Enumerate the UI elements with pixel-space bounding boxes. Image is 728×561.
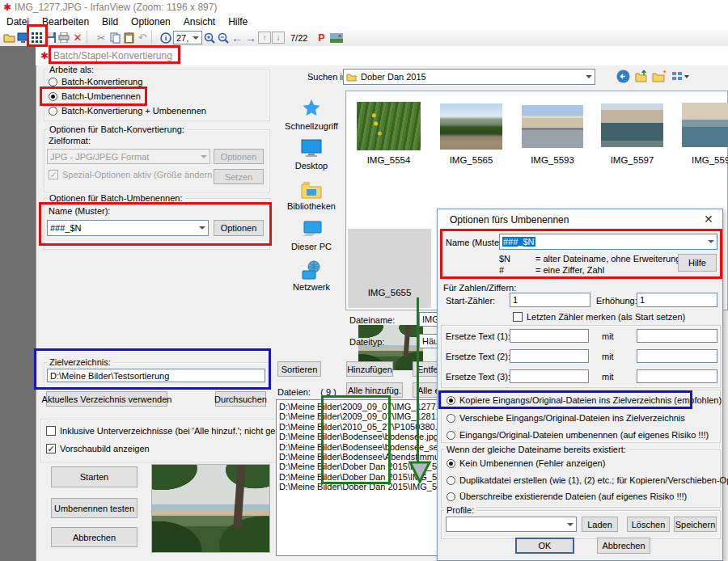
thumbnail-img-5597[interactable]	[601, 103, 663, 147]
laden-button[interactable]: Laden	[582, 517, 618, 532]
radio-umbenennen-risiko[interactable]: Eingangs/Original-Dateien umbenennen (au…	[447, 430, 709, 440]
mit-2-input[interactable]	[637, 349, 717, 363]
alle-hinzufuegen-button[interactable]: Alle hinzufüg.	[346, 382, 403, 398]
menu-hilfe[interactable]: Hilfe	[222, 16, 254, 27]
zielverzeichnis-input[interactable]: D:\Meine Bilder\Testsortierung	[47, 369, 265, 382]
info-icon[interactable]: i	[159, 31, 172, 44]
starten-button[interactable]: Starten	[51, 466, 138, 487]
bibliotheken-icon[interactable]	[301, 179, 322, 200]
durchsuchen-button[interactable]: Durchsuchen	[215, 391, 266, 407]
checkbox-icon[interactable]	[46, 426, 56, 436]
erhoehung-input[interactable]: 1	[637, 293, 717, 307]
profile-combobox[interactable]	[446, 517, 577, 532]
place-netzwerk[interactable]: Netzwerk	[279, 282, 344, 292]
radio-batch-konv-umbenennen[interactable]: Batch-Konvertierung + Umbenennen	[49, 106, 206, 116]
paste-icon[interactable]	[122, 31, 135, 44]
sortieren-button[interactable]: Sortieren	[277, 361, 321, 377]
netzwerk-icon[interactable]	[301, 260, 322, 283]
radio-icon[interactable]	[447, 431, 455, 440]
radio-icon[interactable]	[447, 492, 455, 501]
ersetze-1-input[interactable]	[510, 329, 589, 343]
undo-icon[interactable]: ↶	[136, 31, 149, 44]
unterverzeichnisse-checkbox[interactable]: Inklusive Unterverzeichnisse (bei 'Alle …	[46, 426, 290, 436]
radio-icon[interactable]	[49, 92, 57, 101]
previous-image-icon[interactable]: ←	[231, 31, 243, 44]
name-muster-combobox[interactable]: ###_$N	[47, 220, 209, 236]
batch-conversion-icon[interactable]	[30, 31, 43, 44]
save-icon[interactable]	[44, 31, 57, 44]
radio-ueberschreibe[interactable]: Überschreibe existierende Dateien (auf e…	[447, 491, 687, 501]
place-schnellzugriff[interactable]: Schnellzugriff	[279, 121, 344, 131]
folder-combobox[interactable]: Dober Dan 2015	[343, 69, 595, 85]
radio-icon[interactable]	[447, 459, 455, 468]
radio-icon[interactable]	[49, 78, 57, 86]
first-image-button[interactable]: ↑	[258, 32, 271, 44]
desktop-icon[interactable]	[301, 139, 322, 160]
radio-kein-umbenennen[interactable]: Kein Umbenennen (Fehler anzeigen)	[447, 458, 605, 468]
thumbnail-label: IMG_5554	[357, 155, 421, 165]
checkbox-icon[interactable]	[46, 444, 56, 453]
new-folder-icon[interactable]: *	[652, 70, 667, 85]
hilfe-button[interactable]: Hilfe	[678, 254, 717, 272]
view-menu-icon[interactable]	[671, 70, 691, 85]
speichern-button[interactable]: Speichern	[674, 517, 717, 532]
next-image-icon[interactable]: →	[244, 31, 257, 44]
checkbox-icon[interactable]	[513, 312, 523, 322]
menu-bearbeiten[interactable]: Bearbeiten	[36, 16, 95, 27]
umbenennen-testen-button[interactable]: Umbenennen testen	[51, 498, 138, 518]
ersetze-2-input[interactable]	[510, 349, 589, 363]
thumbnail-img-559x[interactable]	[682, 103, 728, 147]
batch-abbrechen-button[interactable]: Abbrechen	[51, 527, 138, 547]
radio-icon[interactable]	[447, 414, 455, 423]
hinzufuegen-button[interactable]: Hinzufügen	[346, 361, 393, 377]
radio-kopiere[interactable]: Kopiere Eingangs/Original-Dateien ins Zi…	[447, 395, 722, 405]
ersetze-3-input[interactable]	[510, 369, 589, 383]
zaehler-merken-checkbox[interactable]: Letzten Zähler merken (als Start setzen)	[513, 312, 685, 322]
image-properties-icon[interactable]	[330, 31, 343, 44]
copy-icon[interactable]	[108, 31, 121, 44]
menu-datei[interactable]: Datei	[0, 16, 36, 27]
radio-duplikatdatei[interactable]: Duplikatdatei erstellen (wie (1), (2) et…	[447, 475, 728, 485]
back-icon[interactable]	[616, 70, 630, 85]
loeschen-button[interactable]: Löschen	[627, 517, 670, 532]
umbenennen-optionen-button[interactable]: Optionen	[214, 220, 264, 236]
menu-ansicht[interactable]: Ansicht	[177, 16, 222, 27]
menu-optionen[interactable]: Optionen	[125, 16, 177, 27]
zoom-level-combobox[interactable]: 27,	[173, 31, 202, 44]
dieser-pc-icon[interactable]	[301, 220, 322, 241]
zoom-out-icon[interactable]	[217, 31, 230, 44]
place-dieser-pc[interactable]: Dieser PC	[279, 242, 344, 251]
ren-abbrechen-button[interactable]: Abbrechen	[597, 538, 650, 554]
ren-name-muster-combobox[interactable]: ###_$N	[499, 234, 717, 250]
print-icon[interactable]	[57, 31, 70, 44]
thumbnail-img-5593[interactable]	[522, 105, 583, 148]
p-toolbar-label[interactable]: P	[318, 32, 324, 44]
menu-bild[interactable]: Bild	[95, 16, 125, 27]
up-folder-icon[interactable]	[634, 70, 648, 85]
radio-batch-konvertierung[interactable]: Batch-Konvertierung	[49, 77, 142, 86]
thumbnail-img-5565[interactable]	[440, 103, 502, 150]
thumbnail-img-5554[interactable]	[357, 102, 421, 150]
slideshow-icon[interactable]	[16, 31, 29, 44]
delete-icon[interactable]: ✕	[71, 31, 84, 44]
aktuelles-verzeichnis-button[interactable]: Aktuelles Verzeichnis verwenden	[46, 391, 167, 407]
mit-1-input[interactable]	[637, 329, 717, 343]
schnellzugriff-icon[interactable]	[301, 99, 322, 121]
radio-icon[interactable]	[447, 476, 455, 485]
mit-3-input[interactable]	[637, 369, 717, 383]
radio-verschiebe[interactable]: Verschiebe Eingangs/Original-Dateien ins…	[447, 413, 685, 423]
close-icon[interactable]: ✕	[704, 213, 713, 226]
place-bibliotheken[interactable]: Bibliotheken	[279, 201, 344, 211]
radio-batch-umbenennen[interactable]: Batch-Umbenennen	[49, 91, 141, 101]
cut-icon[interactable]: ✂	[95, 31, 108, 44]
start-zaehler-input[interactable]: 1	[510, 293, 590, 307]
vorschaubild-checkbox[interactable]: Vorschaubild anzeigen	[46, 444, 150, 453]
radio-icon[interactable]	[49, 107, 57, 116]
radio-icon[interactable]	[447, 396, 455, 405]
zoom-in-icon[interactable]	[203, 31, 216, 44]
thumbnail-label: IMG_5565	[440, 155, 502, 165]
place-desktop[interactable]: Desktop	[279, 161, 344, 171]
ok-button[interactable]: OK	[515, 538, 574, 554]
last-image-button[interactable]: ↓	[272, 32, 285, 44]
open-folder-icon[interactable]	[2, 31, 15, 44]
